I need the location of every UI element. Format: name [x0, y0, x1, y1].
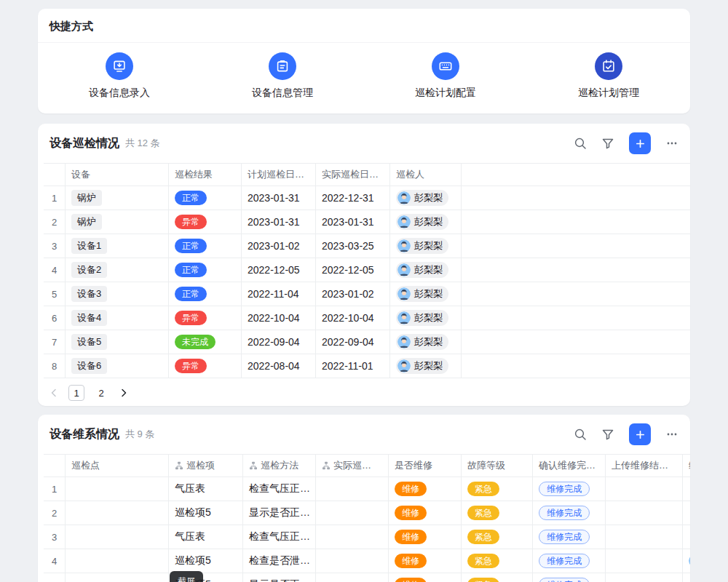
upload-cell[interactable]: [606, 525, 683, 549]
row-number[interactable]: 5: [44, 282, 66, 306]
upload-cell[interactable]: [606, 573, 683, 582]
point-cell[interactable]: [66, 477, 169, 501]
page-button-2[interactable]: 2: [93, 385, 109, 401]
inspector-cell[interactable]: 彭梨梨: [390, 186, 462, 210]
planned-date-cell[interactable]: 2022-11-04: [242, 282, 316, 306]
row-number[interactable]: 4: [44, 549, 66, 573]
filter-icon[interactable]: [601, 428, 614, 441]
actual-date-cell[interactable]: 2022-11-01: [316, 354, 390, 378]
device-cell[interactable]: 设备4: [66, 306, 169, 330]
table-row[interactable]: 5 巡检项5 显示是否正… 维修 紧急 维修完成: [44, 573, 690, 582]
method-cell[interactable]: 检查气压正…: [243, 525, 316, 549]
planned-date-cell[interactable]: 2022-08-04: [242, 354, 316, 378]
more-icon[interactable]: [665, 428, 678, 441]
column-header-method[interactable]: 巡检方法: [243, 455, 316, 477]
row-number[interactable]: 5: [44, 573, 66, 582]
level-cell[interactable]: 紧急: [462, 573, 533, 582]
table-row[interactable]: 1 气压表 检查气压正… 维修 紧急 维修完成: [44, 477, 690, 501]
level-cell[interactable]: 紧急: [462, 549, 533, 573]
add-record-button[interactable]: [629, 132, 651, 154]
inspector-cell[interactable]: 彭梨梨: [390, 330, 462, 354]
actual-cell[interactable]: [316, 549, 389, 573]
method-cell[interactable]: 显示是否正…: [243, 501, 316, 525]
row-number[interactable]: 7: [44, 330, 66, 354]
confirm-cell[interactable]: 维修完成: [533, 549, 606, 573]
shortcut-plan-manage[interactable]: 巡检计划管理: [527, 52, 690, 100]
table-row[interactable]: 2 巡检项5 显示是否正… 维修 紧急 维修完成: [44, 501, 690, 525]
inspector-cell[interactable]: 彭梨梨: [390, 282, 462, 306]
confirm-cell[interactable]: 维修完成: [533, 525, 606, 549]
table-row[interactable]: 4 设备2 正常 2022-12-05 2022-12-05 彭梨梨: [44, 258, 690, 282]
assignee-cell[interactable]: [683, 549, 690, 573]
item-cell[interactable]: 巡检项5: [169, 501, 243, 525]
method-cell[interactable]: 显示是否正…: [243, 573, 316, 582]
repair-cell[interactable]: 维修: [389, 501, 462, 525]
planned-date-cell[interactable]: 2023-01-31: [242, 210, 316, 234]
chevron-right-icon[interactable]: [118, 387, 130, 399]
planned-date-cell[interactable]: 2022-12-05: [242, 258, 316, 282]
item-cell[interactable]: 巡检项5: [169, 549, 243, 573]
shortcut-device-manage[interactable]: 设备信息管理: [201, 52, 364, 100]
device-cell[interactable]: 设备6: [66, 354, 169, 378]
repair-cell[interactable]: 维修: [389, 525, 462, 549]
device-cell[interactable]: 锅炉: [66, 186, 169, 210]
actual-cell[interactable]: [316, 525, 389, 549]
column-header-upload[interactable]: 上传维修结…: [606, 455, 683, 477]
table-row[interactable]: 1 锅炉 正常 2023-01-31 2022-12-31 彭梨梨: [44, 186, 690, 210]
filter-icon[interactable]: [601, 137, 614, 150]
point-cell[interactable]: [66, 501, 169, 525]
actual-date-cell[interactable]: 2022-09-04: [316, 330, 390, 354]
inspector-cell[interactable]: 彭梨梨: [390, 234, 462, 258]
column-header-planned-date[interactable]: 计划巡检日…: [242, 164, 316, 186]
upload-cell[interactable]: [606, 549, 683, 573]
result-cell[interactable]: 正常: [169, 282, 242, 306]
level-cell[interactable]: 紧急: [462, 501, 533, 525]
device-cell[interactable]: 设备1: [66, 234, 169, 258]
point-cell[interactable]: [66, 549, 169, 573]
level-cell[interactable]: 紧急: [462, 525, 533, 549]
planned-date-cell[interactable]: 2022-09-04: [242, 330, 316, 354]
column-header-actual[interactable]: 实际巡…: [316, 455, 389, 477]
actual-date-cell[interactable]: 2023-03-25: [316, 234, 390, 258]
method-cell[interactable]: 检查气压正…: [243, 477, 316, 501]
confirm-cell[interactable]: 维修完成: [533, 477, 606, 501]
actual-date-cell[interactable]: 2022-10-04: [316, 306, 390, 330]
row-number[interactable]: 4: [44, 258, 66, 282]
table-row[interactable]: 8 设备6 异常 2022-08-04 2022-11-01 彭梨梨: [44, 354, 690, 378]
table-row[interactable]: 2 锅炉 异常 2023-01-31 2023-01-31 彭梨梨: [44, 210, 690, 234]
upload-cell[interactable]: [606, 501, 683, 525]
column-header-item[interactable]: 巡检项: [169, 455, 243, 477]
item-cell[interactable]: 气压表: [169, 525, 243, 549]
repair-cell[interactable]: 维修: [389, 477, 462, 501]
method-cell[interactable]: 检查是否泄…: [243, 549, 316, 573]
row-number[interactable]: 1: [44, 186, 66, 210]
page-button-1[interactable]: 1: [68, 385, 84, 401]
actual-cell[interactable]: [316, 477, 389, 501]
column-header-device[interactable]: 设备: [66, 164, 169, 186]
column-header-level[interactable]: 故障等级: [462, 455, 533, 477]
actual-cell[interactable]: [316, 573, 389, 582]
column-header-assignee[interactable]: 维: [683, 455, 690, 477]
result-cell[interactable]: 异常: [169, 306, 242, 330]
chevron-left-icon[interactable]: [48, 387, 60, 399]
result-cell[interactable]: 正常: [169, 234, 242, 258]
column-header-actual-date[interactable]: 实际巡检日…: [316, 164, 390, 186]
assignee-cell[interactable]: [683, 501, 690, 525]
repair-cell[interactable]: 维修: [389, 549, 462, 573]
row-number[interactable]: 2: [44, 501, 66, 525]
row-number[interactable]: 8: [44, 354, 66, 378]
device-cell[interactable]: 设备5: [66, 330, 169, 354]
column-header-result[interactable]: 巡检结果: [169, 164, 242, 186]
result-cell[interactable]: 异常: [169, 210, 242, 234]
shortcut-device-entry[interactable]: 设备信息录入: [38, 52, 201, 100]
table-row[interactable]: 7 设备5 未完成 2022-09-04 2022-09-04 彭梨梨: [44, 330, 690, 354]
planned-date-cell[interactable]: 2023-01-31: [242, 186, 316, 210]
confirm-cell[interactable]: 维修完成: [533, 573, 606, 582]
device-cell[interactable]: 设备3: [66, 282, 169, 306]
row-number[interactable]: 3: [44, 234, 66, 258]
table-row[interactable]: 4 巡检项5 检查是否泄… 维修 紧急 维修完成: [44, 549, 690, 573]
actual-date-cell[interactable]: 2022-12-05: [316, 258, 390, 282]
row-number[interactable]: 2: [44, 210, 66, 234]
inspector-cell[interactable]: 彭梨梨: [390, 306, 462, 330]
actual-date-cell[interactable]: 2023-01-02: [316, 282, 390, 306]
